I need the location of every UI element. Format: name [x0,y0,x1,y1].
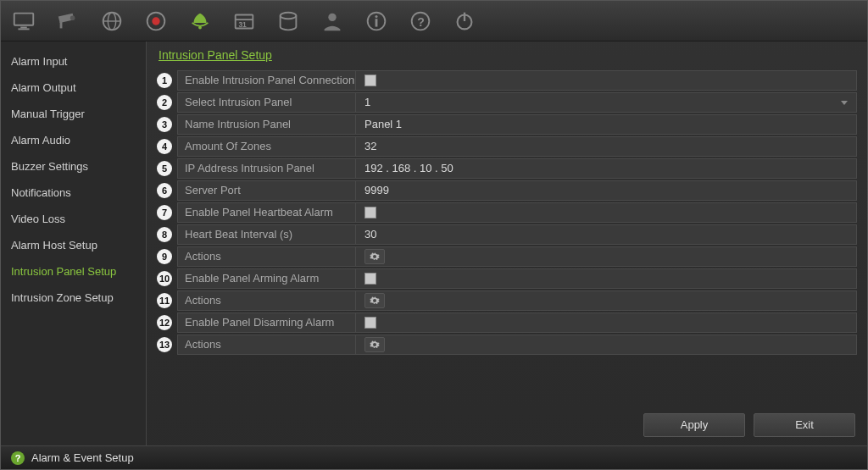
sidebar-item-label: Manual Trigger [11,108,85,120]
row-value[interactable]: 192 . 168 . 10 . 50 [355,158,857,179]
camera-icon[interactable] [50,5,86,37]
row-label: Actions [177,335,355,355]
row-value[interactable]: 1 [355,92,857,113]
sidebar: Alarm InputAlarm OutputManual TriggerAla… [1,41,147,445]
form-row: 3Name Intrusion PanelPanel 1 [157,114,857,135]
help-icon[interactable]: ? [403,5,438,37]
form-row: 7Enable Panel Heartbeat Alarm [157,202,857,223]
page-title: Intrusion Panel Setup [157,48,857,70]
row-number-badge: 9 [157,249,172,264]
row-label: Actions [177,290,355,311]
form-row: 4Amount Of Zones32 [157,136,857,157]
row-number-badge: 7 [157,205,172,220]
row-value [355,290,857,311]
form-row: 5IP Address Intrusion Panel192 . 168 . 1… [157,158,857,179]
row-number-badge: 4 [157,139,172,154]
row-value[interactable] [355,312,857,333]
alarm-icon[interactable] [182,5,218,37]
sidebar-item-alarm-output[interactable]: Alarm Output [1,75,146,101]
sidebar-item-label: Alarm Input [11,55,67,68]
sidebar-item-notifications[interactable]: Notifications [1,180,146,206]
svg-point-10 [198,25,202,29]
gear-icon[interactable] [364,337,385,352]
sidebar-item-intrusion-panel-setup[interactable]: Intrusion Panel Setup [1,258,146,285]
row-label: Enable Panel Disarming Alarm [177,312,355,333]
svg-point-14 [281,12,297,19]
form-row: 12Enable Panel Disarming Alarm [157,312,857,333]
form-row: 11Actions [157,290,857,311]
status-text: Alarm & Event Setup [31,451,134,464]
row-number-badge: 6 [157,183,172,198]
row-label: Heart Beat Interval (s) [177,224,355,245]
sidebar-item-label: Alarm Audio [11,134,70,147]
checkbox[interactable] [364,75,376,86]
record-icon[interactable] [138,5,174,37]
row-label: Enable Panel Heartbeat Alarm [177,202,355,223]
row-number-badge: 3 [157,117,172,132]
svg-rect-18 [376,19,378,26]
svg-text:?: ? [417,14,425,28]
svg-point-9 [152,17,159,25]
schedule-icon[interactable]: 31 [226,5,262,37]
form-row: 6Server Port9999 [157,180,857,201]
monitor-icon[interactable] [6,5,42,37]
svg-rect-0 [14,13,34,25]
row-value[interactable]: 32 [355,136,857,157]
row-value[interactable]: Panel 1 [355,114,857,135]
sidebar-item-label: Intrusion Zone Setup [11,291,114,304]
user-icon[interactable] [314,5,350,37]
app-window: 31 ? Alarm InputAlarm OutputManual Trigg… [0,0,868,470]
form-row: 13Actions [157,335,857,355]
sidebar-item-label: Buzzer Settings [11,160,88,173]
row-number-badge: 1 [157,73,172,88]
row-number-badge: 2 [157,95,172,110]
storage-icon[interactable] [270,5,306,37]
gear-icon[interactable] [364,249,385,264]
svg-point-3 [70,15,75,20]
form-row: 10Enable Panel Arming Alarm [157,268,857,289]
row-value[interactable]: 9999 [355,180,857,201]
gear-icon[interactable] [364,293,385,308]
row-number-badge: 5 [157,161,172,176]
sidebar-item-label: Intrusion Panel Setup [11,265,116,278]
row-value [355,246,857,267]
form-row: 8Heart Beat Interval (s)30 [157,224,857,245]
row-number-badge: 13 [157,337,172,352]
checkbox[interactable] [364,273,376,285]
row-label: Enable Panel Arming Alarm [177,268,355,289]
power-icon[interactable] [447,5,482,37]
sidebar-item-manual-trigger[interactable]: Manual Trigger [1,101,146,127]
exit-button[interactable]: Exit [754,413,855,437]
apply-button[interactable]: Apply [643,413,745,437]
row-value [355,335,857,355]
svg-point-17 [376,14,378,17]
sidebar-item-buzzer-settings[interactable]: Buzzer Settings [1,153,146,180]
sidebar-item-alarm-host-setup[interactable]: Alarm Host Setup [1,232,146,258]
sidebar-item-label: Video Loss [11,213,65,225]
form-rows: 1Enable Intrusion Panel Connection2Selec… [157,70,857,355]
row-value[interactable] [355,268,857,289]
row-number-badge: 12 [157,315,172,330]
checkbox[interactable] [364,317,376,329]
globe-icon[interactable] [94,5,130,37]
row-value[interactable]: 30 [355,224,857,245]
row-number-badge: 8 [157,227,172,242]
top-toolbar: 31 ? [1,1,867,41]
sidebar-item-alarm-input[interactable]: Alarm Input [1,48,146,75]
row-label: Amount Of Zones [177,136,355,157]
info-icon[interactable] [359,5,394,37]
svg-rect-4 [60,21,63,28]
checkbox[interactable] [364,207,376,218]
row-value[interactable] [355,202,857,223]
sidebar-item-alarm-audio[interactable]: Alarm Audio [1,127,146,153]
svg-rect-1 [20,26,27,28]
sidebar-item-intrusion-zone-setup[interactable]: Intrusion Zone Setup [1,285,146,311]
sidebar-item-video-loss[interactable]: Video Loss [1,206,146,232]
row-number-badge: 10 [157,271,172,286]
status-help-icon: ? [11,451,25,465]
svg-point-15 [328,13,336,20]
form-row: 9Actions [157,246,857,267]
svg-rect-2 [18,28,29,30]
footer-buttons: Apply Exit [643,413,855,437]
row-value[interactable] [355,70,857,91]
